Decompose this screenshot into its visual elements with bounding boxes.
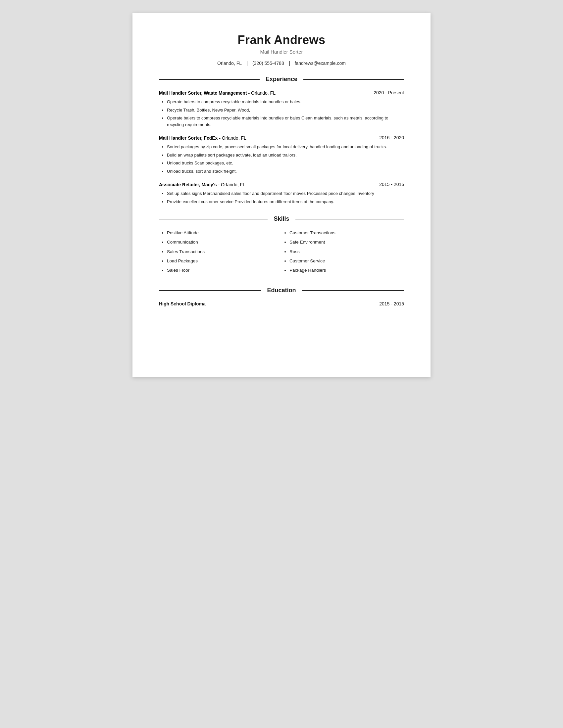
skill-left-5: Sales Floor <box>167 267 282 274</box>
header-phone: (320) 555-4788 <box>252 61 284 66</box>
skills-title: Skills <box>273 215 289 222</box>
skill-right-4: Customer Service <box>290 258 404 264</box>
job-2-header: Mail Handler Sorter, FedEx - Orlando, FL… <box>159 135 404 141</box>
experience-section-header: Experience <box>159 76 404 83</box>
job-2-bullet-3: Unload trucks Scan packages, etc. <box>167 160 404 166</box>
job-2-date: 2016 - 2020 <box>379 135 404 140</box>
resume-page: Frank Andrews Mail Handler Sorter Orland… <box>132 13 431 377</box>
section-line-right <box>304 79 404 80</box>
skill-left-3: Sales Transactions <box>167 249 282 255</box>
experience-section: Experience Mail Handler Sorter, Waste Ma… <box>159 76 404 205</box>
job-2-bullet-1: Sorted packages by zip code, processed s… <box>167 144 404 150</box>
skill-left-2: Communication <box>167 239 282 246</box>
skills-section: Skills Positive Attitude Communication S… <box>159 215 404 276</box>
header: Frank Andrews Mail Handler Sorter Orland… <box>159 33 404 66</box>
job-3-bullet-2: Provide excellent customer service Provi… <box>167 199 404 205</box>
edu-date-1: 2015 - 2015 <box>379 301 404 306</box>
education-title: Education <box>267 287 296 294</box>
skills-line-left <box>159 219 267 219</box>
job-3: Associate Retailer, Macy's - Orlando, FL… <box>159 182 404 205</box>
separator-2: | <box>289 61 290 66</box>
job-3-title: Associate Retailer, Macy's - Orlando, FL <box>159 182 245 188</box>
header-location: Orlando, FL <box>217 61 242 66</box>
job-3-header: Associate Retailer, Macy's - Orlando, FL… <box>159 182 404 188</box>
skills-line-right <box>296 219 404 219</box>
job-1-bullet-2: Recycle Trash, Bottles, News Paper, Wood… <box>167 107 404 114</box>
skills-section-header: Skills <box>159 215 404 222</box>
edu-degree-1: High School Diploma <box>159 301 206 306</box>
skills-grid: Positive Attitude Communication Sales Tr… <box>159 230 404 276</box>
job-3-date: 2015 - 2016 <box>379 182 404 187</box>
skills-right-col: Customer Transactions Safe Environment R… <box>282 230 404 276</box>
job-2-bullet-2: Build an wrap pallets sort packages acti… <box>167 152 404 159</box>
section-line-left <box>159 79 259 80</box>
education-line-left <box>159 290 261 291</box>
skill-right-3: Ross <box>290 249 404 255</box>
skill-right-2: Safe Environment <box>290 239 404 246</box>
education-section-header: Education <box>159 287 404 294</box>
education-section: Education High School Diploma 2015 - 201… <box>159 287 404 306</box>
job-1-bullet-3: Operate balers to compress recyclable ma… <box>167 115 404 128</box>
job-2: Mail Handler Sorter, FedEx - Orlando, FL… <box>159 135 404 174</box>
job-1-header: Mail Handler Sorter, Waste Management - … <box>159 90 404 96</box>
skill-right-5: Package Handlers <box>290 267 404 274</box>
job-1-bullet-1: Operate balers to compress recyclable ma… <box>167 99 404 105</box>
header-contact: Orlando, FL | (320) 555-4788 | fandrews@… <box>159 61 404 66</box>
skills-left-col: Positive Attitude Communication Sales Tr… <box>159 230 282 276</box>
skill-left-4: Load Packages <box>167 258 282 264</box>
job-3-bullet-1: Set up sales signs Merchandised sales fl… <box>167 190 404 197</box>
experience-title: Experience <box>265 76 298 83</box>
header-title: Mail Handler Sorter <box>159 49 404 55</box>
separator-1: | <box>246 61 248 66</box>
job-2-bullet-4: Unload trucks, sort and stack freight. <box>167 168 404 175</box>
job-1-bullets: Operate balers to compress recyclable ma… <box>159 99 404 128</box>
education-entry-1: High School Diploma 2015 - 2015 <box>159 301 404 306</box>
job-2-bullets: Sorted packages by zip code, processed s… <box>159 144 404 174</box>
job-2-title: Mail Handler Sorter, FedEx - Orlando, FL <box>159 135 246 141</box>
job-1-title: Mail Handler Sorter, Waste Management - … <box>159 90 275 96</box>
education-line-right <box>302 290 404 291</box>
job-3-bullets: Set up sales signs Merchandised sales fl… <box>159 190 404 205</box>
job-1: Mail Handler Sorter, Waste Management - … <box>159 90 404 128</box>
skill-right-1: Customer Transactions <box>290 230 404 236</box>
job-1-date: 2020 - Present <box>374 90 404 95</box>
header-email: fandrews@example.com <box>295 61 346 66</box>
header-name: Frank Andrews <box>159 33 404 47</box>
skill-left-1: Positive Attitude <box>167 230 282 236</box>
